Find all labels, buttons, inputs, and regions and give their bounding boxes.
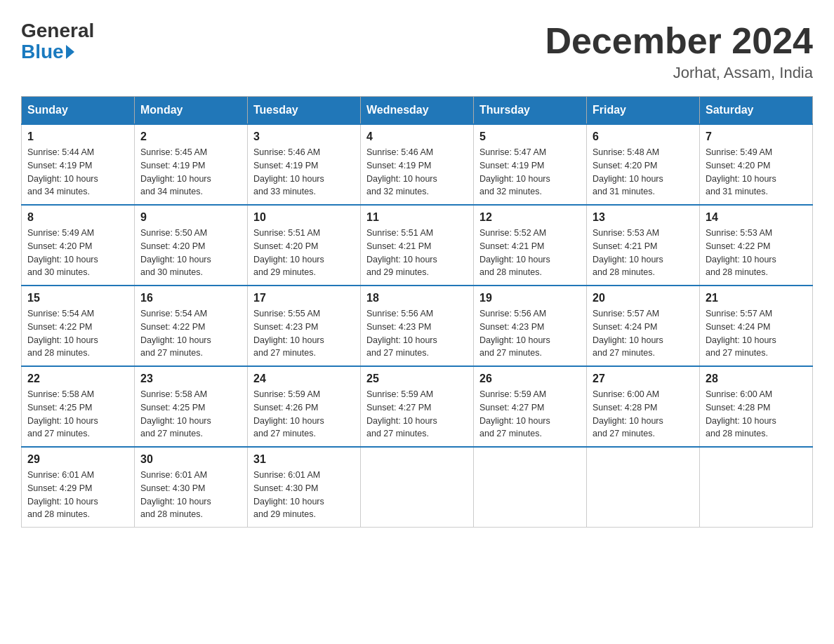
column-header-sunday: Sunday xyxy=(22,97,135,125)
logo-general-text: General xyxy=(21,21,94,41)
day-number: 6 xyxy=(593,130,694,143)
day-number: 9 xyxy=(140,211,241,224)
day-cell: 26Sunrise: 5:59 AM Sunset: 4:27 PM Dayli… xyxy=(474,366,587,447)
day-number: 28 xyxy=(706,373,807,385)
day-number: 25 xyxy=(366,373,468,385)
day-info: Sunrise: 5:49 AM Sunset: 4:20 PM Dayligh… xyxy=(706,146,807,199)
day-cell: 31Sunrise: 6:01 AM Sunset: 4:30 PM Dayli… xyxy=(248,447,361,528)
day-cell: 1Sunrise: 5:44 AM Sunset: 4:19 PM Daylig… xyxy=(22,124,135,205)
day-info: Sunrise: 5:57 AM Sunset: 4:24 PM Dayligh… xyxy=(593,307,694,360)
day-number: 8 xyxy=(27,211,128,224)
column-header-saturday: Saturday xyxy=(700,97,813,125)
day-info: Sunrise: 5:44 AM Sunset: 4:19 PM Dayligh… xyxy=(27,146,128,199)
logo-arrow-icon xyxy=(66,45,74,59)
day-cell: 9Sunrise: 5:50 AM Sunset: 4:20 PM Daylig… xyxy=(135,205,248,286)
day-info: Sunrise: 5:51 AM Sunset: 4:20 PM Dayligh… xyxy=(253,227,355,279)
day-number: 29 xyxy=(27,453,128,466)
day-info: Sunrise: 5:54 AM Sunset: 4:22 PM Dayligh… xyxy=(27,307,128,360)
day-cell: 30Sunrise: 6:01 AM Sunset: 4:30 PM Dayli… xyxy=(135,447,248,528)
day-info: Sunrise: 5:47 AM Sunset: 4:19 PM Dayligh… xyxy=(479,146,581,199)
week-row-3: 15Sunrise: 5:54 AM Sunset: 4:22 PM Dayli… xyxy=(22,286,813,366)
logo-blue-text: Blue xyxy=(21,41,74,63)
day-number: 14 xyxy=(706,211,807,224)
day-info: Sunrise: 5:53 AM Sunset: 4:22 PM Dayligh… xyxy=(706,227,807,279)
week-row-1: 1Sunrise: 5:44 AM Sunset: 4:19 PM Daylig… xyxy=(22,124,813,205)
day-number: 10 xyxy=(253,211,355,224)
day-number: 15 xyxy=(27,292,128,304)
week-row-2: 8Sunrise: 5:49 AM Sunset: 4:20 PM Daylig… xyxy=(22,205,813,286)
day-number: 27 xyxy=(593,373,694,385)
day-info: Sunrise: 5:52 AM Sunset: 4:21 PM Dayligh… xyxy=(479,227,581,279)
day-info: Sunrise: 5:46 AM Sunset: 4:19 PM Dayligh… xyxy=(253,146,355,199)
day-info: Sunrise: 5:51 AM Sunset: 4:21 PM Dayligh… xyxy=(366,227,468,279)
calendar-table: SundayMondayTuesdayWednesdayThursdayFrid… xyxy=(21,96,813,528)
day-info: Sunrise: 5:59 AM Sunset: 4:27 PM Dayligh… xyxy=(479,388,581,441)
day-number: 31 xyxy=(253,453,355,466)
week-row-5: 29Sunrise: 6:01 AM Sunset: 4:29 PM Dayli… xyxy=(22,447,813,528)
day-info: Sunrise: 5:50 AM Sunset: 4:20 PM Dayligh… xyxy=(140,227,241,279)
title-block: December 2024 Jorhat, Assam, India xyxy=(545,21,813,82)
day-cell: 17Sunrise: 5:55 AM Sunset: 4:23 PM Dayli… xyxy=(248,286,361,366)
day-number: 2 xyxy=(140,130,241,143)
day-cell: 19Sunrise: 5:56 AM Sunset: 4:23 PM Dayli… xyxy=(474,286,587,366)
day-number: 12 xyxy=(479,211,581,224)
column-header-wednesday: Wednesday xyxy=(361,97,474,125)
day-cell: 27Sunrise: 6:00 AM Sunset: 4:28 PM Dayli… xyxy=(587,366,700,447)
day-cell: 6Sunrise: 5:48 AM Sunset: 4:20 PM Daylig… xyxy=(587,124,700,205)
day-cell: 24Sunrise: 5:59 AM Sunset: 4:26 PM Dayli… xyxy=(248,366,361,447)
day-number: 21 xyxy=(706,292,807,304)
day-info: Sunrise: 5:58 AM Sunset: 4:25 PM Dayligh… xyxy=(140,388,241,441)
day-cell: 12Sunrise: 5:52 AM Sunset: 4:21 PM Dayli… xyxy=(474,205,587,286)
page-header: General Blue December 2024 Jorhat, Assam… xyxy=(21,21,813,82)
day-info: Sunrise: 6:00 AM Sunset: 4:28 PM Dayligh… xyxy=(593,388,694,441)
day-cell: 13Sunrise: 5:53 AM Sunset: 4:21 PM Dayli… xyxy=(587,205,700,286)
day-cell xyxy=(474,447,587,528)
column-header-thursday: Thursday xyxy=(474,97,587,125)
day-info: Sunrise: 5:57 AM Sunset: 4:24 PM Dayligh… xyxy=(706,307,807,360)
day-cell: 5Sunrise: 5:47 AM Sunset: 4:19 PM Daylig… xyxy=(474,124,587,205)
day-cell: 22Sunrise: 5:58 AM Sunset: 4:25 PM Dayli… xyxy=(22,366,135,447)
day-number: 3 xyxy=(253,130,355,143)
day-cell: 25Sunrise: 5:59 AM Sunset: 4:27 PM Dayli… xyxy=(361,366,474,447)
day-info: Sunrise: 5:59 AM Sunset: 4:27 PM Dayligh… xyxy=(366,388,468,441)
day-number: 1 xyxy=(27,130,128,143)
day-info: Sunrise: 5:55 AM Sunset: 4:23 PM Dayligh… xyxy=(253,307,355,360)
day-info: Sunrise: 5:54 AM Sunset: 4:22 PM Dayligh… xyxy=(140,307,241,360)
day-info: Sunrise: 5:53 AM Sunset: 4:21 PM Dayligh… xyxy=(593,227,694,279)
day-number: 18 xyxy=(366,292,468,304)
day-info: Sunrise: 5:49 AM Sunset: 4:20 PM Dayligh… xyxy=(27,227,128,279)
day-cell: 16Sunrise: 5:54 AM Sunset: 4:22 PM Dayli… xyxy=(135,286,248,366)
day-cell xyxy=(700,447,813,528)
day-number: 26 xyxy=(479,373,581,385)
day-number: 17 xyxy=(253,292,355,304)
day-cell: 21Sunrise: 5:57 AM Sunset: 4:24 PM Dayli… xyxy=(700,286,813,366)
week-row-4: 22Sunrise: 5:58 AM Sunset: 4:25 PM Dayli… xyxy=(22,366,813,447)
location-subtitle: Jorhat, Assam, India xyxy=(545,64,813,82)
day-cell: 28Sunrise: 6:00 AM Sunset: 4:28 PM Dayli… xyxy=(700,366,813,447)
day-info: Sunrise: 5:56 AM Sunset: 4:23 PM Dayligh… xyxy=(479,307,581,360)
logo: General Blue xyxy=(21,21,94,63)
day-cell: 29Sunrise: 6:01 AM Sunset: 4:29 PM Dayli… xyxy=(22,447,135,528)
day-number: 11 xyxy=(366,211,468,224)
day-cell: 8Sunrise: 5:49 AM Sunset: 4:20 PM Daylig… xyxy=(22,205,135,286)
day-cell: 10Sunrise: 5:51 AM Sunset: 4:20 PM Dayli… xyxy=(248,205,361,286)
day-number: 24 xyxy=(253,373,355,385)
day-cell xyxy=(361,447,474,528)
day-cell: 14Sunrise: 5:53 AM Sunset: 4:22 PM Dayli… xyxy=(700,205,813,286)
day-number: 5 xyxy=(479,130,581,143)
day-info: Sunrise: 5:46 AM Sunset: 4:19 PM Dayligh… xyxy=(366,146,468,199)
column-header-monday: Monday xyxy=(135,97,248,125)
day-info: Sunrise: 6:01 AM Sunset: 4:30 PM Dayligh… xyxy=(140,469,241,521)
day-number: 20 xyxy=(593,292,694,304)
day-number: 13 xyxy=(593,211,694,224)
day-number: 22 xyxy=(27,373,128,385)
day-number: 4 xyxy=(366,130,468,143)
day-number: 19 xyxy=(479,292,581,304)
column-header-tuesday: Tuesday xyxy=(248,97,361,125)
day-number: 23 xyxy=(140,373,241,385)
day-info: Sunrise: 6:01 AM Sunset: 4:29 PM Dayligh… xyxy=(27,469,128,521)
day-cell: 23Sunrise: 5:58 AM Sunset: 4:25 PM Dayli… xyxy=(135,366,248,447)
column-header-friday: Friday xyxy=(587,97,700,125)
day-cell: 3Sunrise: 5:46 AM Sunset: 4:19 PM Daylig… xyxy=(248,124,361,205)
day-info: Sunrise: 6:01 AM Sunset: 4:30 PM Dayligh… xyxy=(253,469,355,521)
